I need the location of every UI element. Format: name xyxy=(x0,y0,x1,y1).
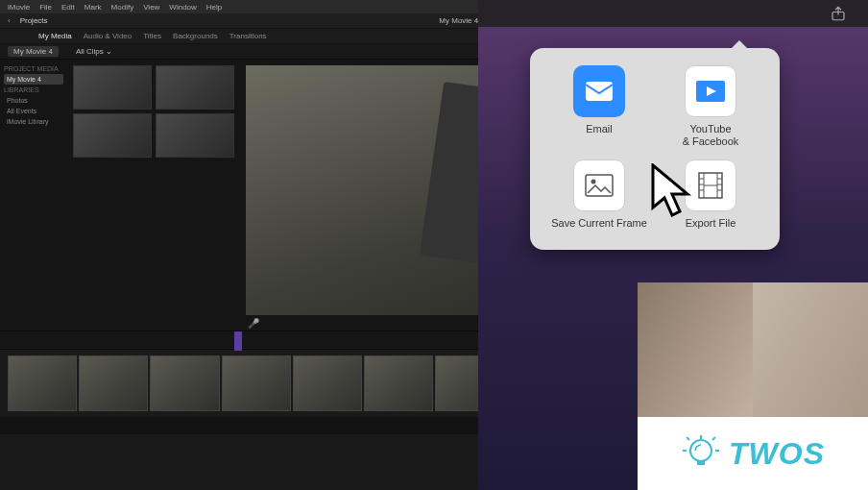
media-browser xyxy=(67,60,240,331)
timeline-clip[interactable] xyxy=(293,355,362,411)
share-option-label: YouTube & Facebook xyxy=(683,123,739,148)
clip-thumbnail[interactable] xyxy=(73,113,152,158)
twos-logo-banner: TWOS xyxy=(638,417,868,490)
svg-point-5 xyxy=(591,180,596,184)
timeline-clip[interactable] xyxy=(8,355,77,411)
menu-window[interactable]: Window xyxy=(169,3,196,12)
share-option-save-frame[interactable]: Save Current Frame xyxy=(543,159,655,230)
share-option-label: Email xyxy=(586,123,613,135)
share-button[interactable] xyxy=(828,3,849,24)
presenter-webcam-overlay xyxy=(638,282,868,417)
library-sidebar: PROJECT MEDIA My Movie 4 LIBRARIES Photo… xyxy=(0,60,67,331)
sidebar-item-imovie-library[interactable]: iMovie Library xyxy=(4,116,63,127)
secondary-window-toolbar xyxy=(478,0,868,27)
menu-help[interactable]: Help xyxy=(206,3,222,12)
share-option-label: Save Current Frame xyxy=(551,217,647,230)
tab-my-media[interactable]: My Media xyxy=(38,32,72,40)
sidebar-item-all-events[interactable]: All Events xyxy=(4,106,63,116)
film-icon xyxy=(685,159,736,211)
share-option-youtube-facebook[interactable]: YouTube & Facebook xyxy=(655,65,766,148)
sidebar-item-project[interactable]: My Movie 4 xyxy=(4,74,63,85)
sidebar-header-project: PROJECT MEDIA xyxy=(4,65,63,72)
clip-thumbnail[interactable] xyxy=(156,113,234,158)
twos-logo-text: TWOS xyxy=(729,436,825,472)
svg-line-20 xyxy=(687,437,689,440)
share-popover: Email YouTube & Facebook Save Current Fr… xyxy=(530,48,780,250)
tab-titles[interactable]: Titles xyxy=(143,32,161,40)
clip-thumbnail[interactable] xyxy=(156,65,234,110)
menu-file[interactable]: File xyxy=(39,3,52,12)
back-to-projects[interactable]: Projects xyxy=(20,16,48,25)
project-title: My Movie 4 xyxy=(439,16,478,25)
sidebar-item-photos[interactable]: Photos xyxy=(4,95,63,106)
email-icon xyxy=(573,65,625,117)
svg-rect-4 xyxy=(586,175,613,196)
timeline-clip[interactable] xyxy=(79,355,148,411)
lightbulb-icon xyxy=(681,433,721,474)
playhead-marker[interactable] xyxy=(234,331,242,351)
timeline-clip[interactable] xyxy=(222,355,291,411)
svg-point-16 xyxy=(690,440,711,461)
svg-rect-1 xyxy=(586,82,613,101)
image-icon xyxy=(573,159,625,211)
tab-backgrounds[interactable]: Backgrounds xyxy=(173,32,218,40)
share-option-label: Export File xyxy=(686,217,736,230)
clip-thumbnail[interactable] xyxy=(73,65,152,110)
share-option-email[interactable]: Email xyxy=(543,65,655,148)
menu-modify[interactable]: Modify xyxy=(111,3,134,12)
svg-line-21 xyxy=(712,437,715,440)
share-option-export-file[interactable]: Export File xyxy=(655,159,766,230)
clips-filter-dropdown[interactable]: All Clips ⌄ xyxy=(76,47,112,56)
menu-mark[interactable]: Mark xyxy=(84,3,102,12)
tab-transitions[interactable]: Transitions xyxy=(229,32,267,40)
menu-view[interactable]: View xyxy=(143,3,159,12)
mic-icon[interactable]: 🎤 xyxy=(248,318,259,329)
tab-audio-video[interactable]: Audio & Video xyxy=(84,32,133,40)
timeline-clip[interactable] xyxy=(150,355,219,411)
sidebar-header-libraries: LIBRARIES xyxy=(4,86,63,93)
breadcrumb-project[interactable]: My Movie 4 xyxy=(8,46,59,57)
youtube-facebook-icon xyxy=(685,65,736,117)
back-arrow-icon[interactable]: ‹ xyxy=(8,16,11,25)
menu-edit[interactable]: Edit xyxy=(61,3,75,12)
timeline-clip[interactable] xyxy=(364,355,433,411)
app-name[interactable]: iMovie xyxy=(8,3,30,12)
